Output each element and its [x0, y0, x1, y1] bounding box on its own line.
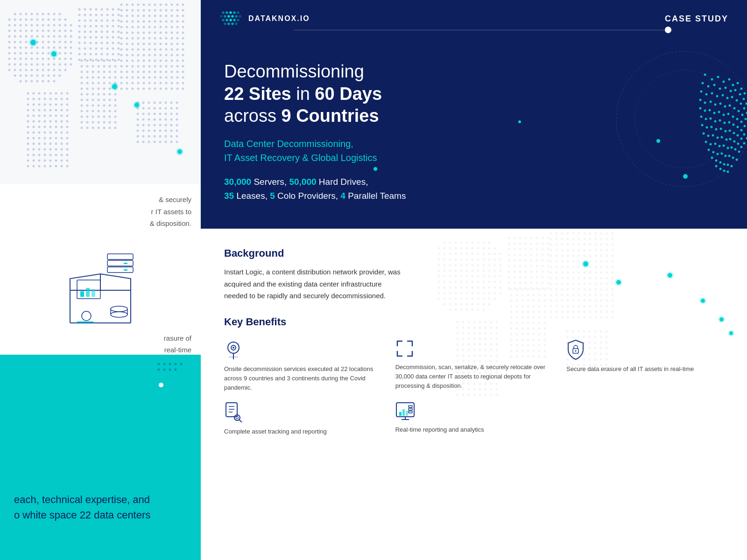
left-white-section: & securely r IT assets to & disposition.: [0, 184, 201, 355]
svg-point-18: [163, 363, 166, 365]
background-title: Background: [224, 247, 724, 259]
svg-point-70: [716, 95, 719, 98]
location-pin-icon: [224, 339, 243, 360]
svg-line-173: [240, 420, 242, 422]
svg-rect-6: [124, 263, 127, 264]
svg-point-154: [723, 163, 726, 166]
svg-point-31: [220, 15, 223, 18]
svg-point-161: [683, 174, 688, 179]
svg-point-143: [708, 149, 710, 151]
content-section: Background Instart Logic, a content dist…: [201, 229, 747, 560]
content-map-dot: [616, 280, 621, 285]
svg-point-116: [715, 128, 718, 131]
svg-rect-181: [406, 411, 408, 416]
map-location-dot: [112, 84, 117, 89]
svg-point-41: [237, 19, 240, 21]
svg-point-140: [731, 147, 733, 149]
svg-point-108: [733, 124, 735, 126]
accent-dot: [374, 167, 377, 171]
svg-point-30: [237, 11, 240, 14]
svg-point-157: [715, 165, 718, 168]
svg-point-19: [169, 363, 171, 365]
content-map-dot: [701, 299, 705, 303]
svg-rect-180: [402, 409, 405, 416]
svg-point-144: [712, 151, 715, 154]
svg-point-45: [235, 22, 238, 25]
svg-point-103: [710, 118, 712, 120]
svg-point-63: [734, 89, 737, 91]
svg-point-111: [743, 133, 746, 136]
search-document-icon: [224, 402, 243, 422]
svg-point-82: [719, 103, 722, 105]
chart-icon: [395, 402, 415, 420]
background-text: Instart Logic, a content distribution ne…: [224, 266, 406, 302]
svg-rect-4: [107, 254, 133, 259]
benefit-text-3: Secure data erasure of all IT assets in …: [566, 364, 724, 374]
svg-point-133: [740, 146, 743, 148]
svg-point-87: [741, 114, 744, 116]
svg-point-127: [717, 137, 719, 139]
map-location-dot: [30, 40, 36, 45]
svg-point-107: [728, 121, 731, 124]
left-text-snippets: & securely r IT assets to & disposition.: [0, 184, 201, 230]
svg-point-165: [233, 347, 234, 349]
svg-point-55: [740, 88, 743, 90]
svg-point-69: [711, 92, 713, 95]
svg-point-40: [233, 19, 236, 21]
svg-point-20: [158, 369, 160, 371]
accent-dot: [518, 120, 521, 123]
svg-point-148: [728, 155, 731, 157]
svg-rect-2: [107, 267, 133, 273]
svg-point-101: [700, 116, 703, 118]
benefits-grid: Onsite decommission services executed at…: [224, 339, 724, 437]
benefit-text-2: Decommission, scan, serialize, & securel…: [395, 363, 553, 391]
svg-point-124: [703, 133, 705, 135]
svg-point-73: [731, 96, 733, 98]
header: DATAKNOX.IO CASE STUDY: [201, 0, 747, 37]
svg-point-71: [722, 94, 724, 97]
svg-point-28: [229, 11, 232, 14]
benefit-item-1: Onsite decommission services executed at…: [224, 339, 381, 392]
svg-point-88: [745, 118, 747, 120]
svg-point-153: [719, 161, 722, 164]
svg-point-155: [727, 164, 729, 166]
svg-point-35: [235, 15, 238, 18]
svg-point-44: [231, 22, 234, 25]
svg-point-43: [227, 22, 230, 25]
right-panel: DATAKNOX.IO CASE STUDY: [201, 0, 747, 560]
shield-lock-icon: [566, 339, 585, 360]
svg-rect-168: [226, 403, 237, 417]
svg-point-150: [736, 159, 738, 161]
svg-point-96: [727, 113, 730, 115]
svg-point-59: [713, 84, 716, 86]
svg-point-51: [723, 81, 725, 83]
svg-point-106: [724, 122, 726, 124]
svg-point-167: [575, 350, 577, 351]
svg-point-57: [702, 82, 704, 84]
svg-point-147: [725, 155, 727, 157]
svg-point-72: [726, 97, 729, 99]
svg-point-118: [725, 130, 727, 133]
svg-point-11: [111, 306, 127, 312]
case-study-label: CASE STUDY: [665, 14, 728, 24]
svg-point-56: [744, 92, 746, 95]
svg-point-146: [721, 153, 723, 155]
svg-rect-178: [409, 411, 412, 413]
benefit-text-4: Complete asset tracking and reporting: [224, 427, 381, 436]
svg-point-119: [729, 130, 731, 132]
svg-point-42: [224, 22, 226, 25]
svg-rect-3: [107, 260, 133, 266]
svg-point-151: [711, 157, 713, 159]
svg-point-27: [226, 11, 228, 14]
svg-point-121: [737, 134, 739, 137]
svg-point-131: [733, 140, 736, 143]
left-bottom-text-block: each, technical expertise, and o white s…: [14, 492, 187, 523]
svg-point-32: [224, 15, 226, 18]
svg-point-26: [222, 11, 225, 14]
svg-point-123: [743, 142, 746, 145]
scan-frame-icon: [395, 339, 414, 358]
left-text-1: & securely r IT assets to & disposition.: [0, 194, 201, 230]
benefit-item-2: Decommission, scan, serialize, & securel…: [395, 339, 553, 392]
svg-point-21: [163, 369, 166, 371]
svg-rect-179: [399, 412, 402, 416]
